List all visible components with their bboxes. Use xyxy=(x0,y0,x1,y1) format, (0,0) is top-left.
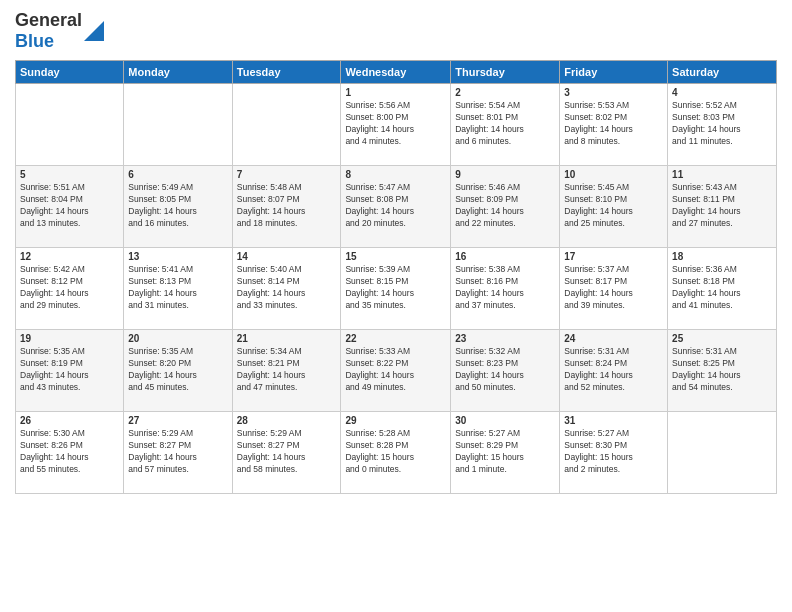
day-cell: 9Sunrise: 5:46 AM Sunset: 8:09 PM Daylig… xyxy=(451,166,560,248)
day-number: 16 xyxy=(455,251,555,262)
day-cell xyxy=(16,84,124,166)
day-cell: 14Sunrise: 5:40 AM Sunset: 8:14 PM Dayli… xyxy=(232,248,341,330)
day-number: 3 xyxy=(564,87,663,98)
day-info: Sunrise: 5:28 AM Sunset: 8:28 PM Dayligh… xyxy=(345,428,446,476)
day-cell: 24Sunrise: 5:31 AM Sunset: 8:24 PM Dayli… xyxy=(560,330,668,412)
header-monday: Monday xyxy=(124,61,232,84)
day-number: 19 xyxy=(20,333,119,344)
day-number: 20 xyxy=(128,333,227,344)
day-cell: 18Sunrise: 5:36 AM Sunset: 8:18 PM Dayli… xyxy=(668,248,777,330)
day-number: 22 xyxy=(345,333,446,344)
day-info: Sunrise: 5:46 AM Sunset: 8:09 PM Dayligh… xyxy=(455,182,555,230)
day-number: 23 xyxy=(455,333,555,344)
week-row-4: 19Sunrise: 5:35 AM Sunset: 8:19 PM Dayli… xyxy=(16,330,777,412)
day-number: 9 xyxy=(455,169,555,180)
day-info: Sunrise: 5:56 AM Sunset: 8:00 PM Dayligh… xyxy=(345,100,446,148)
day-number: 7 xyxy=(237,169,337,180)
day-cell: 5Sunrise: 5:51 AM Sunset: 8:04 PM Daylig… xyxy=(16,166,124,248)
logo-general: General xyxy=(15,10,82,30)
day-number: 6 xyxy=(128,169,227,180)
day-number: 5 xyxy=(20,169,119,180)
day-info: Sunrise: 5:33 AM Sunset: 8:22 PM Dayligh… xyxy=(345,346,446,394)
day-cell: 25Sunrise: 5:31 AM Sunset: 8:25 PM Dayli… xyxy=(668,330,777,412)
day-info: Sunrise: 5:32 AM Sunset: 8:23 PM Dayligh… xyxy=(455,346,555,394)
day-number: 14 xyxy=(237,251,337,262)
day-cell: 11Sunrise: 5:43 AM Sunset: 8:11 PM Dayli… xyxy=(668,166,777,248)
day-info: Sunrise: 5:34 AM Sunset: 8:21 PM Dayligh… xyxy=(237,346,337,394)
day-cell: 29Sunrise: 5:28 AM Sunset: 8:28 PM Dayli… xyxy=(341,412,451,494)
header-tuesday: Tuesday xyxy=(232,61,341,84)
day-info: Sunrise: 5:35 AM Sunset: 8:19 PM Dayligh… xyxy=(20,346,119,394)
day-cell: 6Sunrise: 5:49 AM Sunset: 8:05 PM Daylig… xyxy=(124,166,232,248)
day-info: Sunrise: 5:40 AM Sunset: 8:14 PM Dayligh… xyxy=(237,264,337,312)
day-number: 18 xyxy=(672,251,772,262)
day-number: 13 xyxy=(128,251,227,262)
day-cell: 31Sunrise: 5:27 AM Sunset: 8:30 PM Dayli… xyxy=(560,412,668,494)
day-cell: 21Sunrise: 5:34 AM Sunset: 8:21 PM Dayli… xyxy=(232,330,341,412)
day-info: Sunrise: 5:52 AM Sunset: 8:03 PM Dayligh… xyxy=(672,100,772,148)
day-number: 8 xyxy=(345,169,446,180)
logo-icon xyxy=(84,21,104,41)
day-cell xyxy=(232,84,341,166)
day-cell: 15Sunrise: 5:39 AM Sunset: 8:15 PM Dayli… xyxy=(341,248,451,330)
day-number: 4 xyxy=(672,87,772,98)
header-thursday: Thursday xyxy=(451,61,560,84)
day-info: Sunrise: 5:30 AM Sunset: 8:26 PM Dayligh… xyxy=(20,428,119,476)
day-cell: 12Sunrise: 5:42 AM Sunset: 8:12 PM Dayli… xyxy=(16,248,124,330)
day-info: Sunrise: 5:54 AM Sunset: 8:01 PM Dayligh… xyxy=(455,100,555,148)
day-number: 28 xyxy=(237,415,337,426)
day-info: Sunrise: 5:27 AM Sunset: 8:30 PM Dayligh… xyxy=(564,428,663,476)
day-cell: 16Sunrise: 5:38 AM Sunset: 8:16 PM Dayli… xyxy=(451,248,560,330)
day-info: Sunrise: 5:29 AM Sunset: 8:27 PM Dayligh… xyxy=(128,428,227,476)
day-cell: 4Sunrise: 5:52 AM Sunset: 8:03 PM Daylig… xyxy=(668,84,777,166)
day-info: Sunrise: 5:36 AM Sunset: 8:18 PM Dayligh… xyxy=(672,264,772,312)
day-number: 31 xyxy=(564,415,663,426)
calendar-table: Sunday Monday Tuesday Wednesday Thursday… xyxy=(15,60,777,494)
header-friday: Friday xyxy=(560,61,668,84)
day-cell: 23Sunrise: 5:32 AM Sunset: 8:23 PM Dayli… xyxy=(451,330,560,412)
week-row-1: 1Sunrise: 5:56 AM Sunset: 8:00 PM Daylig… xyxy=(16,84,777,166)
day-number: 25 xyxy=(672,333,772,344)
weekday-header-row: Sunday Monday Tuesday Wednesday Thursday… xyxy=(16,61,777,84)
header-sunday: Sunday xyxy=(16,61,124,84)
day-info: Sunrise: 5:41 AM Sunset: 8:13 PM Dayligh… xyxy=(128,264,227,312)
day-cell: 2Sunrise: 5:54 AM Sunset: 8:01 PM Daylig… xyxy=(451,84,560,166)
day-cell: 22Sunrise: 5:33 AM Sunset: 8:22 PM Dayli… xyxy=(341,330,451,412)
day-info: Sunrise: 5:48 AM Sunset: 8:07 PM Dayligh… xyxy=(237,182,337,230)
day-info: Sunrise: 5:45 AM Sunset: 8:10 PM Dayligh… xyxy=(564,182,663,230)
day-info: Sunrise: 5:51 AM Sunset: 8:04 PM Dayligh… xyxy=(20,182,119,230)
logo-text: General Blue xyxy=(15,10,82,52)
week-row-5: 26Sunrise: 5:30 AM Sunset: 8:26 PM Dayli… xyxy=(16,412,777,494)
svg-marker-0 xyxy=(84,21,104,41)
day-cell: 7Sunrise: 5:48 AM Sunset: 8:07 PM Daylig… xyxy=(232,166,341,248)
day-number: 24 xyxy=(564,333,663,344)
day-cell: 13Sunrise: 5:41 AM Sunset: 8:13 PM Dayli… xyxy=(124,248,232,330)
day-info: Sunrise: 5:47 AM Sunset: 8:08 PM Dayligh… xyxy=(345,182,446,230)
day-info: Sunrise: 5:37 AM Sunset: 8:17 PM Dayligh… xyxy=(564,264,663,312)
day-cell: 17Sunrise: 5:37 AM Sunset: 8:17 PM Dayli… xyxy=(560,248,668,330)
day-cell: 20Sunrise: 5:35 AM Sunset: 8:20 PM Dayli… xyxy=(124,330,232,412)
week-row-3: 12Sunrise: 5:42 AM Sunset: 8:12 PM Dayli… xyxy=(16,248,777,330)
day-info: Sunrise: 5:31 AM Sunset: 8:24 PM Dayligh… xyxy=(564,346,663,394)
header: General Blue xyxy=(15,10,777,52)
calendar-page: General Blue Sunday Monday Tuesday Wedne… xyxy=(0,0,792,612)
header-saturday: Saturday xyxy=(668,61,777,84)
day-info: Sunrise: 5:35 AM Sunset: 8:20 PM Dayligh… xyxy=(128,346,227,394)
day-number: 15 xyxy=(345,251,446,262)
day-info: Sunrise: 5:43 AM Sunset: 8:11 PM Dayligh… xyxy=(672,182,772,230)
day-number: 29 xyxy=(345,415,446,426)
day-cell: 27Sunrise: 5:29 AM Sunset: 8:27 PM Dayli… xyxy=(124,412,232,494)
day-number: 30 xyxy=(455,415,555,426)
day-cell: 8Sunrise: 5:47 AM Sunset: 8:08 PM Daylig… xyxy=(341,166,451,248)
day-cell: 28Sunrise: 5:29 AM Sunset: 8:27 PM Dayli… xyxy=(232,412,341,494)
logo: General Blue xyxy=(15,10,104,52)
day-info: Sunrise: 5:27 AM Sunset: 8:29 PM Dayligh… xyxy=(455,428,555,476)
week-row-2: 5Sunrise: 5:51 AM Sunset: 8:04 PM Daylig… xyxy=(16,166,777,248)
day-number: 17 xyxy=(564,251,663,262)
day-info: Sunrise: 5:42 AM Sunset: 8:12 PM Dayligh… xyxy=(20,264,119,312)
day-number: 27 xyxy=(128,415,227,426)
day-number: 11 xyxy=(672,169,772,180)
day-cell: 1Sunrise: 5:56 AM Sunset: 8:00 PM Daylig… xyxy=(341,84,451,166)
day-number: 12 xyxy=(20,251,119,262)
day-info: Sunrise: 5:49 AM Sunset: 8:05 PM Dayligh… xyxy=(128,182,227,230)
